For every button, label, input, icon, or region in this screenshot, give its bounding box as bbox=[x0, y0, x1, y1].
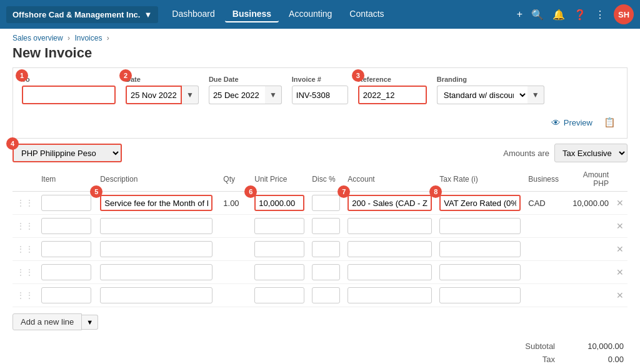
disc-input-1[interactable] bbox=[312, 195, 340, 211]
col-drag bbox=[12, 167, 38, 192]
description-input-2[interactable] bbox=[100, 218, 212, 234]
table-row: ⋮⋮ ✕ bbox=[12, 215, 628, 238]
date-input[interactable] bbox=[126, 86, 182, 104]
nav-business[interactable]: Business bbox=[225, 6, 279, 22]
breadcrumb-sep1: › bbox=[68, 34, 72, 42]
breadcrumb-sales-overview[interactable]: Sales overview bbox=[12, 34, 63, 42]
badge-4: 4 bbox=[6, 137, 19, 150]
branding-label: Branding bbox=[437, 76, 544, 83]
drag-handle-icon[interactable]: ⋮⋮ bbox=[16, 267, 34, 277]
to-field-group: 1 To bbox=[22, 76, 116, 104]
date-label: Date bbox=[126, 76, 199, 83]
copy-icon[interactable]: 📋 bbox=[601, 114, 618, 130]
description-input-3[interactable] bbox=[100, 241, 212, 257]
plus-icon[interactable]: + bbox=[517, 9, 522, 20]
due-date-input-wrap: ▼ bbox=[209, 86, 282, 104]
account-input-1[interactable] bbox=[348, 195, 432, 211]
table-row: ⋮⋮ ✕ bbox=[12, 261, 628, 284]
item-input-4[interactable] bbox=[41, 264, 91, 280]
account-input-2[interactable] bbox=[348, 218, 432, 234]
description-input-4[interactable] bbox=[100, 264, 212, 280]
brand-caret-icon: ▼ bbox=[144, 10, 152, 19]
description-input-5[interactable] bbox=[100, 287, 212, 303]
content-area: Sales overview › Invoices › New Invoice … bbox=[0, 29, 640, 364]
unit-price-input-5[interactable] bbox=[254, 287, 304, 303]
branding-select[interactable]: Standard w/ discount bbox=[437, 86, 528, 104]
disc-input-2[interactable] bbox=[312, 218, 340, 234]
description-input-1[interactable] bbox=[100, 195, 212, 211]
table-row: ⋮⋮ ✕ bbox=[12, 238, 628, 261]
drag-handle-icon[interactable]: ⋮⋮ bbox=[16, 244, 34, 254]
preview-button[interactable]: 👁 Preview bbox=[548, 115, 596, 130]
branding-dropdown-btn[interactable]: ▼ bbox=[528, 86, 544, 104]
top-navigation: Offshore Cad & Management Inc. ▼ Dashboa… bbox=[0, 0, 640, 29]
breadcrumb-invoices[interactable]: Invoices bbox=[74, 34, 102, 42]
currency-select[interactable]: PHP Philippine Peso bbox=[12, 144, 122, 162]
reference-label: Reference bbox=[358, 76, 427, 83]
nav-contacts[interactable]: Contacts bbox=[342, 6, 391, 22]
currency-select-group: 4 PHP Philippine Peso bbox=[12, 144, 126, 162]
drag-handle-icon[interactable]: ⋮⋮ bbox=[16, 290, 34, 300]
date-picker-btn[interactable]: ▼ bbox=[182, 86, 199, 104]
unit-price-input-2[interactable] bbox=[254, 218, 304, 234]
reference-input[interactable] bbox=[358, 86, 427, 104]
item-input-1[interactable] bbox=[41, 195, 91, 211]
currency-row: 4 PHP Philippine Peso Amounts are Tax Ex… bbox=[12, 139, 628, 167]
tax-row: Tax 0.00 bbox=[424, 353, 624, 364]
add-new-line-button[interactable]: Add a new line bbox=[12, 313, 82, 330]
col-unit-price: Unit Price bbox=[251, 167, 308, 192]
add-line-caret-button[interactable]: ▼ bbox=[82, 315, 98, 330]
col-item: Item bbox=[38, 167, 96, 192]
tax-rate-input-2[interactable] bbox=[439, 218, 521, 234]
nav-accounting[interactable]: Accounting bbox=[281, 6, 339, 22]
table-row: ⋮⋮ ✕ bbox=[12, 284, 628, 307]
tax-rate-input-3[interactable] bbox=[439, 241, 521, 257]
branding-select-wrap: Standard w/ discount ▼ bbox=[437, 86, 544, 104]
invoice-table: Item Description Qty Unit Price Disc % A… bbox=[12, 167, 628, 307]
account-input-5[interactable] bbox=[348, 287, 432, 303]
disc-input-4[interactable] bbox=[312, 264, 340, 280]
drag-handle-icon[interactable]: ⋮⋮ bbox=[16, 198, 34, 208]
branding-field-group: Branding Standard w/ discount ▼ bbox=[437, 76, 544, 104]
remove-row-2-icon[interactable]: ✕ bbox=[616, 221, 624, 231]
unit-price-input-3[interactable] bbox=[254, 241, 304, 257]
to-input[interactable] bbox=[22, 86, 116, 104]
remove-row-4-icon[interactable]: ✕ bbox=[616, 267, 624, 277]
remove-row-1-icon[interactable]: ✕ bbox=[616, 198, 624, 208]
avatar[interactable]: SH bbox=[614, 4, 634, 24]
unit-price-input-4[interactable] bbox=[254, 264, 304, 280]
item-input-5[interactable] bbox=[41, 287, 91, 303]
col-remove bbox=[612, 167, 628, 192]
disc-input-5[interactable] bbox=[312, 287, 340, 303]
brand-selector[interactable]: Offshore Cad & Management Inc. ▼ bbox=[6, 6, 158, 23]
account-input-3[interactable] bbox=[348, 241, 432, 257]
due-date-picker-btn[interactable]: ▼ bbox=[265, 86, 282, 104]
eye-icon: 👁 bbox=[551, 117, 561, 128]
search-icon[interactable]: 🔍 bbox=[531, 9, 544, 21]
subtotal-label: Subtotal bbox=[424, 342, 568, 351]
amounts-are-select[interactable]: Tax Exclusive bbox=[554, 144, 628, 162]
preview-label: Preview bbox=[564, 118, 592, 127]
tax-rate-input-1[interactable] bbox=[439, 195, 521, 211]
item-input-3[interactable] bbox=[41, 241, 91, 257]
drag-handle-icon[interactable]: ⋮⋮ bbox=[16, 221, 34, 231]
tax-rate-input-5[interactable] bbox=[439, 287, 521, 303]
help-icon[interactable]: ❓ bbox=[574, 9, 586, 21]
disc-input-3[interactable] bbox=[312, 241, 340, 257]
remove-row-3-icon[interactable]: ✕ bbox=[616, 244, 624, 254]
amounts-are-group: Amounts are Tax Exclusive bbox=[503, 144, 628, 162]
remove-row-5-icon[interactable]: ✕ bbox=[616, 290, 624, 300]
bell-icon[interactable]: 🔔 bbox=[552, 9, 565, 21]
unit-price-input-1[interactable] bbox=[254, 195, 304, 211]
nav-dashboard[interactable]: Dashboard bbox=[164, 6, 222, 22]
qty-value-1: 1.00 bbox=[223, 199, 239, 208]
invoice-input[interactable] bbox=[292, 86, 348, 104]
tax-rate-input-4[interactable] bbox=[439, 264, 521, 280]
due-date-input[interactable] bbox=[209, 86, 265, 104]
breadcrumb: Sales overview › Invoices › bbox=[0, 29, 640, 44]
item-input-2[interactable] bbox=[41, 218, 91, 234]
subtotal-row: Subtotal 10,000.00 bbox=[424, 340, 624, 353]
grid-icon[interactable]: ⋮ bbox=[595, 9, 605, 21]
amount-value-1: 10,000.00 bbox=[572, 199, 609, 208]
account-input-4[interactable] bbox=[348, 264, 432, 280]
